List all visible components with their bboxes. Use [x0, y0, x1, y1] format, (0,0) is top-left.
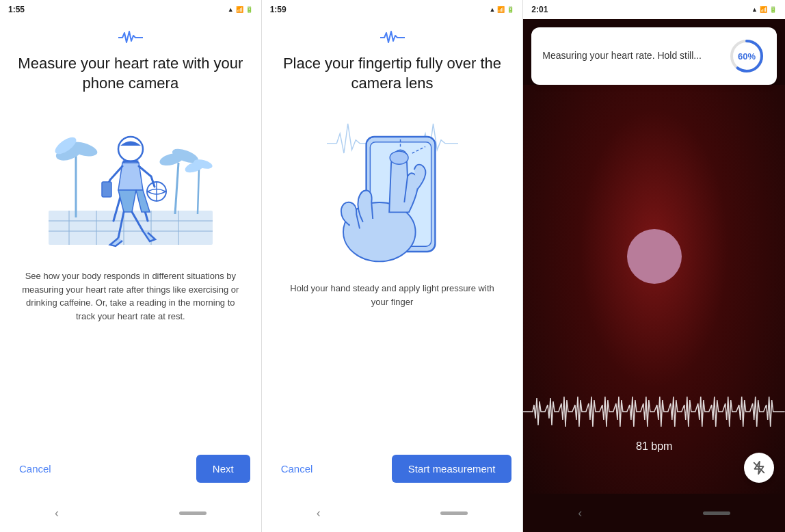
wifi-icon: ▲ [228, 6, 234, 13]
start-measurement-button[interactable]: Start measurement [392, 455, 512, 483]
description-1: See how your body responds in different … [14, 269, 248, 323]
wifi-icon-3: ▲ [751, 6, 758, 13]
svg-point-18 [118, 137, 143, 161]
camera-view: 81 bpm [523, 85, 785, 494]
time-2: 1:59 [270, 5, 287, 14]
time-3: 2:01 [531, 5, 548, 14]
back-icon-2[interactable]: ‹ [317, 506, 321, 520]
status-icons-1: ▲ 📶 🔋 [228, 6, 253, 13]
flash-button[interactable] [744, 453, 774, 483]
screen-content-1: Measure your heart rate with your phone … [0, 19, 261, 447]
svg-point-30 [390, 151, 408, 164]
phone-2: 1:59 ▲ 📶 🔋 Place your fingertip fully ov… [262, 0, 524, 532]
measuring-card: Measuring your heart rate. Hold still...… [531, 27, 777, 85]
svg-line-12 [175, 163, 178, 214]
battery-icon: 🔋 [245, 6, 253, 13]
status-icons-2: ▲ 📶 🔋 [489, 6, 514, 13]
battery-icon-3: 🔋 [769, 6, 777, 13]
heartrate-icon-2 [380, 30, 405, 49]
progress-label: 60% [738, 51, 756, 62]
heartrate-icon-1 [118, 30, 143, 49]
signal-icon: 📶 [236, 6, 243, 13]
title-1: Measure your heart rate with your phone … [14, 54, 248, 93]
title-2: Place your fingertip fully over the came… [276, 54, 509, 93]
nav-pill-1 [179, 511, 207, 515]
nav-pill-3 [703, 511, 730, 515]
time-1: 1:55 [8, 5, 25, 14]
next-button[interactable]: Next [196, 455, 250, 483]
bottom-nav-1: ‹ [0, 494, 261, 532]
measuring-text: Measuring your heart rate. Hold still... [542, 49, 728, 63]
battery-icon-2: 🔋 [507, 6, 514, 13]
svg-rect-21 [102, 182, 111, 197]
ecg-waveform [523, 391, 785, 432]
btn-row-2: Cancel Start measurement [262, 447, 523, 491]
bottom-nav-2: ‹ [262, 494, 523, 532]
bpm-label: 81 bpm [636, 440, 672, 453]
status-bar-2: 1:59 ▲ 📶 🔋 [262, 0, 523, 19]
btn-row-1: Cancel Next [0, 447, 261, 491]
status-icons-3: ▲ 📶 🔋 [751, 6, 777, 13]
nav-pill-2 [440, 511, 468, 515]
cancel-button-2[interactable]: Cancel [273, 457, 321, 480]
phone-3: 2:01 ▲ 📶 🔋 Measuring your heart rate. Ho… [523, 0, 785, 532]
finger-circle [627, 229, 682, 284]
back-icon-3[interactable]: ‹ [578, 506, 582, 520]
status-bar-3: 2:01 ▲ 📶 🔋 [523, 0, 785, 19]
signal-icon-2: 📶 [497, 6, 505, 13]
cancel-button-1[interactable]: Cancel [11, 457, 59, 480]
wifi-icon-2: ▲ [489, 6, 495, 13]
back-icon-1[interactable]: ‹ [55, 506, 59, 520]
bottom-nav-3: ‹ [523, 494, 785, 532]
phone-1: 1:55 ▲ 📶 🔋 Measure your heart rate with … [0, 0, 262, 532]
illustration-1 [42, 101, 219, 258]
illustration-2: G [310, 104, 475, 268]
progress-circle: 60% [728, 37, 766, 75]
svg-rect-0 [49, 211, 213, 245]
description-2: Hold your hand steady and apply light pr… [276, 282, 509, 308]
screen-content-2: Place your fingertip fully over the came… [262, 19, 523, 447]
signal-icon-3: 📶 [760, 6, 767, 13]
svg-line-15 [198, 170, 199, 214]
status-bar-1: 1:55 ▲ 📶 🔋 [0, 0, 261, 19]
